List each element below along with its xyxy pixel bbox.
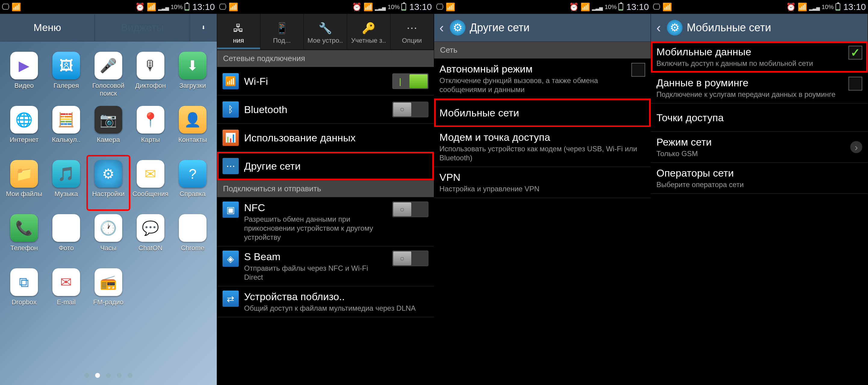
page-indicator[interactable] bbox=[0, 373, 217, 378]
row-mobile-networks[interactable]: Мобильные сети bbox=[434, 99, 651, 127]
app-chrome[interactable]: ◉ Chrome bbox=[172, 210, 214, 264]
row-tethering[interactable]: Модем и точка доступа Использовать устро… bbox=[434, 127, 651, 167]
network-mode-sub: Только GSM bbox=[656, 149, 845, 158]
app-видео[interactable]: ▶ Видео bbox=[3, 47, 45, 102]
app-label: ChatON bbox=[138, 244, 162, 252]
row-bluetooth[interactable]: ᛒ Bluetooth bbox=[217, 95, 434, 124]
tab-icon: 📱 bbox=[275, 21, 289, 35]
tab-label: ния bbox=[233, 37, 244, 44]
app-icon: ✉ bbox=[52, 268, 80, 296]
app-диктофон[interactable]: 🎙 Диктофон bbox=[129, 47, 172, 102]
settings-tab-1[interactable]: 📱 Под... bbox=[260, 14, 304, 49]
row-airplane[interactable]: Автономный режим Отключение функций вызо… bbox=[434, 59, 651, 99]
settings-tab-3[interactable]: 🔑 Учетные з.. bbox=[347, 14, 391, 49]
app-интернет[interactable]: 🌐 Интернет bbox=[3, 102, 45, 156]
alarm-icon bbox=[569, 2, 579, 12]
gear-icon: ⚙ bbox=[667, 20, 683, 35]
mobile-data-label: Мобильные данные bbox=[656, 46, 843, 58]
app-часы[interactable]: 🕐 Часы bbox=[87, 210, 129, 264]
app-справка[interactable]: ? Справка bbox=[172, 156, 214, 210]
mobile-networks-label: Мобильные сети bbox=[440, 107, 646, 119]
tab-label: Опции bbox=[402, 37, 422, 44]
back-button[interactable]: ‹ bbox=[438, 20, 446, 35]
app-chaton[interactable]: 💬 ChatON bbox=[129, 210, 172, 264]
page-dot[interactable] bbox=[84, 373, 89, 378]
sbeam-label: S Beam bbox=[244, 250, 387, 262]
row-data-usage[interactable]: 📊 Использование данных bbox=[217, 124, 434, 152]
roaming-checkbox[interactable] bbox=[848, 77, 862, 91]
settings-tab-2[interactable]: 🔧 Мое устро.. bbox=[304, 14, 347, 49]
row-apn[interactable]: Точки доступа bbox=[651, 103, 868, 132]
screen-launcher: 10% 13:10 Меню Виджеты ▶ Видео🖼 Галерея🎤… bbox=[0, 0, 217, 385]
app-калькул-[interactable]: 🧮 Калькул.. bbox=[45, 102, 87, 156]
page-dot[interactable] bbox=[128, 373, 132, 378]
sbeam-sub: Отправить файлы через NFC и Wi-Fi Direct bbox=[244, 264, 387, 282]
app-загрузки[interactable]: ⬇ Загрузки bbox=[172, 47, 214, 102]
page-dot[interactable] bbox=[117, 373, 122, 378]
app-label: Интернет bbox=[10, 136, 38, 144]
row-nearby[interactable]: ⇄ Устройства поблизо.. Общий доступ к фа… bbox=[217, 286, 434, 317]
app-icon: ? bbox=[179, 160, 207, 188]
app-сообщения[interactable]: ✉ Сообщения bbox=[129, 156, 172, 210]
app-dropbox[interactable]: ⧉ Dropbox bbox=[3, 264, 45, 318]
nfc-toggle[interactable] bbox=[392, 202, 428, 217]
app-icon: ⧉ bbox=[10, 268, 38, 296]
clock: 13:10 bbox=[626, 2, 649, 12]
battery-icon bbox=[185, 3, 189, 10]
download-button[interactable] bbox=[190, 14, 217, 41]
app-icon: ◉ bbox=[179, 214, 207, 242]
row-network-mode[interactable]: Режим сети Только GSM › bbox=[651, 132, 868, 163]
settings-list: Сетевые подключения 📶 Wi-Fi ᛒ Bluetooth … bbox=[217, 50, 434, 385]
settings-tab-0[interactable]: 🖧 ния bbox=[217, 14, 260, 49]
app-icon: ⬇ bbox=[179, 52, 207, 79]
wifi-icon bbox=[445, 2, 455, 12]
settings-top-tabs: 🖧 ния📱 Под...🔧 Мое устро..🔑 Учетные з..⋯… bbox=[217, 14, 434, 50]
tab-icon: ⋯ bbox=[406, 21, 417, 35]
app-grid: ▶ Видео🖼 Галерея🎤 Голосовой поиск🎙 Дикто… bbox=[0, 41, 217, 385]
app-icon: 🎙 bbox=[137, 52, 164, 79]
row-vpn[interactable]: VPN Настройка и управление VPN bbox=[434, 167, 651, 198]
mobile-data-checkbox[interactable] bbox=[848, 46, 862, 60]
app-карты[interactable]: 📍 Карты bbox=[129, 102, 172, 156]
wifi-toggle[interactable] bbox=[392, 73, 428, 89]
bluetooth-toggle[interactable] bbox=[392, 102, 428, 117]
app-телефон[interactable]: 📞 Телефон bbox=[3, 210, 45, 264]
app-icon: 👤 bbox=[179, 106, 207, 134]
row-more-networks[interactable]: ⋯ Другие сети bbox=[217, 152, 434, 180]
app-icon: 📻 bbox=[95, 268, 122, 296]
app-fm-радио[interactable]: 📻 FM-радио bbox=[87, 264, 129, 318]
tab-apps[interactable]: Меню bbox=[0, 14, 95, 41]
cast-icon bbox=[436, 2, 444, 12]
app-камера[interactable]: 📷 Камера bbox=[87, 102, 129, 156]
app-мои-файлы[interactable]: 📁 Мои файлы bbox=[3, 156, 45, 210]
app-фото[interactable]: ✦ Фото bbox=[45, 210, 87, 264]
row-wifi[interactable]: 📶 Wi-Fi bbox=[217, 67, 434, 95]
page-header: ‹ ⚙ Мобильные сети bbox=[651, 14, 868, 41]
page-title: Мобильные сети bbox=[687, 21, 771, 34]
app-контакты[interactable]: 👤 Контакты bbox=[172, 102, 214, 156]
download-icon bbox=[202, 25, 205, 30]
vpn-sub: Настройка и управление VPN bbox=[440, 184, 646, 194]
row-mobile-data[interactable]: Мобильные данные Включить доступ к данны… bbox=[651, 41, 868, 72]
page-dot[interactable] bbox=[106, 373, 111, 378]
app-настройки[interactable]: ⚙ Настройки bbox=[87, 156, 129, 210]
back-button[interactable]: ‹ bbox=[654, 20, 663, 35]
airplane-checkbox[interactable] bbox=[631, 63, 645, 77]
app-e-mail[interactable]: ✉ E-mail bbox=[45, 264, 87, 318]
wifi-label: Wi-Fi bbox=[244, 75, 387, 87]
app-галерея[interactable]: 🖼 Галерея bbox=[45, 47, 87, 102]
tab-widgets[interactable]: Виджеты bbox=[95, 14, 189, 41]
app-музыка[interactable]: 🎵 Музыка bbox=[45, 156, 87, 210]
clock: 13:10 bbox=[409, 2, 432, 12]
app-icon: 📍 bbox=[137, 106, 164, 134]
page-dot[interactable] bbox=[95, 373, 100, 378]
row-roaming[interactable]: Данные в роуминге Подключение к услугам … bbox=[651, 72, 868, 103]
row-nfc[interactable]: ▣ NFC Разрешить обмен данными при прикос… bbox=[217, 197, 434, 246]
tab-icon: 🔑 bbox=[362, 21, 375, 35]
sbeam-toggle[interactable] bbox=[392, 250, 428, 266]
app-голосовой-поиск[interactable]: 🎤 Голосовой поиск bbox=[87, 47, 129, 102]
row-operators[interactable]: Операторы сети Выберите оператора сети bbox=[651, 163, 868, 194]
row-sbeam[interactable]: ◈ S Beam Отправить файлы через NFC и Wi-… bbox=[217, 246, 434, 286]
app-label: Справка bbox=[180, 190, 206, 198]
settings-tab-4[interactable]: ⋯ Опции bbox=[391, 14, 434, 49]
